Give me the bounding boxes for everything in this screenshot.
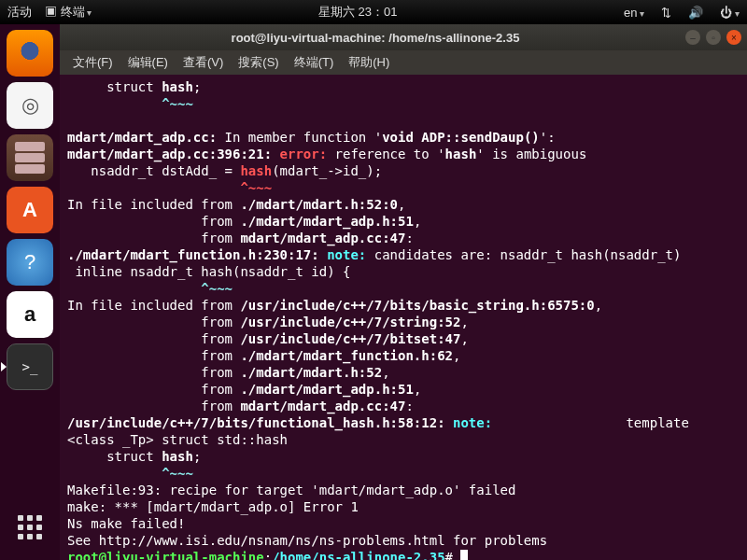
menu-help[interactable]: 帮助(H) bbox=[343, 52, 395, 73]
dock-firefox[interactable] bbox=[7, 30, 53, 77]
dock-help[interactable]: ? bbox=[7, 239, 53, 286]
dock-rhythmbox[interactable]: ◎ bbox=[7, 82, 53, 129]
minimize-button[interactable]: – bbox=[685, 30, 700, 45]
menubar: 文件(F) 编辑(E) 查看(V) 搜索(S) 终端(T) 帮助(H) bbox=[60, 50, 747, 75]
activities-button[interactable]: 活动 bbox=[7, 4, 32, 21]
terminal-icon: >_ bbox=[22, 360, 38, 373]
appmenu-button[interactable]: ▣ 终端 bbox=[45, 4, 92, 21]
dock-show-apps[interactable] bbox=[7, 504, 53, 551]
gnome-top-bar: 活动 ▣ 终端 星期六 23：01 en ⇅ 🔊 ⏻ bbox=[0, 0, 747, 24]
terminal-output[interactable]: struct hash; ^~~~ mdart/mdart_adp.cc: In… bbox=[60, 75, 747, 560]
drawer-icon bbox=[15, 153, 45, 162]
menu-file[interactable]: 文件(F) bbox=[67, 52, 119, 73]
sound-icon[interactable]: 🔊 bbox=[688, 6, 703, 20]
dock-files[interactable] bbox=[7, 134, 53, 181]
dock: ◎ A ? a >_ bbox=[0, 24, 60, 560]
close-button[interactable]: × bbox=[726, 30, 741, 45]
menu-search[interactable]: 搜索(S) bbox=[233, 52, 284, 73]
amazon-icon: a bbox=[24, 302, 35, 327]
dock-terminal[interactable]: >_ bbox=[7, 343, 53, 390]
question-icon: ? bbox=[24, 250, 35, 274]
window-titlebar[interactable]: root@liyu-virtual-machine: /home/ns-alli… bbox=[60, 24, 747, 50]
menu-view[interactable]: 查看(V) bbox=[177, 52, 229, 73]
speaker-icon: ◎ bbox=[21, 93, 39, 118]
clock[interactable]: 星期六 23：01 bbox=[318, 4, 398, 21]
dock-software[interactable]: A bbox=[7, 187, 53, 233]
dock-amazon[interactable]: a bbox=[7, 291, 53, 338]
maximize-button[interactable]: ▫ bbox=[706, 30, 721, 45]
prompt-cwd: /home/ns-allinone-2.35 bbox=[272, 550, 444, 560]
appmenu-icon: ▣ bbox=[45, 5, 61, 19]
prompt-user-host: root@liyu-virtual-machine bbox=[67, 550, 264, 560]
menu-edit[interactable]: 编辑(E) bbox=[122, 52, 174, 73]
network-icon[interactable]: ⇅ bbox=[661, 6, 671, 20]
input-source[interactable]: en bbox=[624, 6, 644, 20]
terminal-window: root@liyu-virtual-machine: /home/ns-alli… bbox=[60, 24, 747, 560]
cursor bbox=[460, 550, 468, 560]
bag-icon: A bbox=[22, 198, 37, 222]
menu-terminal[interactable]: 终端(T) bbox=[289, 52, 340, 73]
apps-grid-icon bbox=[18, 515, 42, 539]
power-icon[interactable]: ⏻ bbox=[720, 6, 740, 20]
window-title: root@liyu-virtual-machine: /home/ns-alli… bbox=[65, 31, 685, 45]
